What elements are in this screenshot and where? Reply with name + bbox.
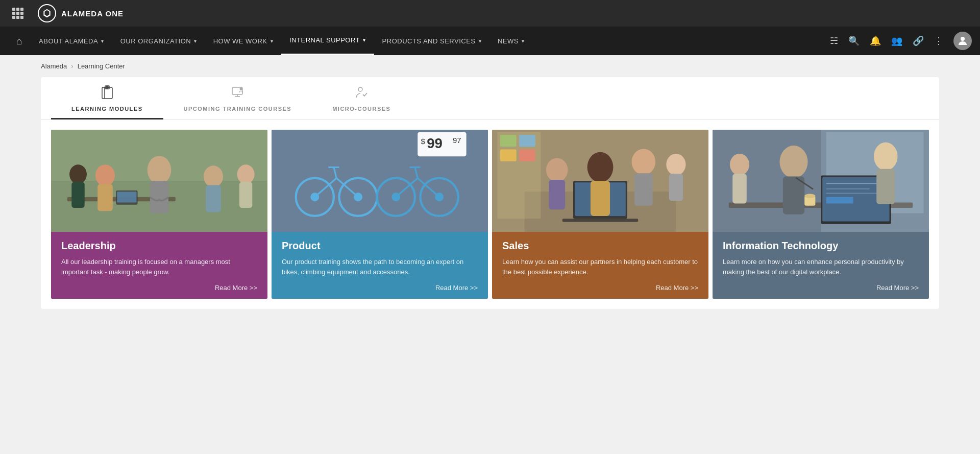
svg-text:99: 99 (427, 135, 443, 151)
svg-point-3 (106, 86, 109, 89)
nav-home-button[interactable]: ⌂ (8, 27, 31, 55)
monitor-person-icon (230, 85, 244, 100)
user-avatar-icon (957, 35, 969, 47)
people-icon[interactable]: 👥 (891, 35, 902, 46)
micro-courses-icon (354, 85, 369, 103)
document-icon[interactable]: ☵ (830, 35, 838, 46)
svg-point-75 (779, 146, 807, 178)
nav-about-label: ABOUT ALAMEDA (39, 37, 98, 45)
nav-how-label: HOW WE WORK (213, 37, 267, 45)
tabs-bar: LEARNING MODULES UPCOMING TRAINING COURS… (41, 77, 939, 120)
card-sales-body: Sales Learn how you can assist our partn… (492, 232, 708, 299)
svg-point-79 (730, 154, 749, 175)
nav-item-about[interactable]: ABOUT ALAMEDA ▾ (31, 27, 112, 55)
cards-grid: Leadership All our leadership training i… (41, 120, 939, 309)
svg-rect-16 (97, 184, 113, 211)
svg-rect-64 (519, 150, 535, 161)
breadcrumb-current: Learning Center (78, 62, 125, 70)
card-sales-desc: Learn how you can assist our partners in… (502, 257, 698, 277)
svg-rect-63 (500, 150, 517, 161)
svg-rect-62 (519, 135, 535, 147)
logo-svg (42, 8, 52, 18)
nav-org-label: OUR ORGANIZATION (120, 37, 191, 45)
logo-icon (38, 4, 56, 22)
card-leadership-title: Leadership (61, 240, 257, 252)
learning-modules-icon (100, 85, 114, 103)
nav-item-organization[interactable]: OUR ORGANIZATION ▾ (112, 27, 205, 55)
card-product-body: Product Our product training shows the p… (272, 232, 488, 299)
logo-text: ALAMEDA ONE (61, 9, 124, 18)
nav-right-icons: ☵ 🔍 🔔 👥 🔗 ⋮ (830, 32, 972, 50)
grid-menu-button[interactable] (12, 8, 23, 19)
logo-area[interactable]: ALAMEDA ONE (38, 4, 124, 22)
card-leadership: Leadership All our leadership training i… (51, 130, 267, 299)
svg-rect-74 (826, 197, 853, 204)
content-card: LEARNING MODULES UPCOMING TRAINING COURS… (41, 77, 939, 309)
svg-point-17 (69, 164, 87, 184)
nav-item-products[interactable]: PRODUCTS AND SERVICES ▾ (374, 27, 489, 55)
svg-rect-78 (876, 169, 895, 204)
svg-rect-53 (591, 181, 610, 216)
nav-internal-chevron: ▾ (363, 37, 366, 43)
nav-news-chevron: ▾ (522, 38, 525, 44)
card-it-read-more[interactable]: Read More >> (723, 282, 919, 292)
svg-rect-57 (549, 180, 565, 209)
product-image-svg: $ 99 97 (272, 130, 488, 232)
card-sales-read-more[interactable]: Read More >> (502, 282, 698, 292)
svg-rect-22 (239, 182, 252, 208)
svg-point-21 (237, 164, 255, 184)
svg-rect-61 (500, 135, 517, 147)
svg-point-82 (804, 194, 815, 198)
card-sales: Sales Learn how you can assist our partn… (492, 130, 708, 299)
nav-item-how[interactable]: HOW WE WORK ▾ (205, 27, 281, 55)
grid-icon (12, 8, 23, 19)
book-icon (100, 85, 114, 100)
nav-internal-label: INTERNAL SUPPORT (289, 36, 360, 44)
search-icon[interactable]: 🔍 (848, 35, 860, 46)
leadership-image-svg (51, 130, 267, 232)
tab-micro-courses[interactable]: MICRO-COURSES (312, 77, 411, 120)
top-bar: ALAMEDA ONE (0, 0, 980, 27)
notification-icon[interactable]: 🔔 (870, 35, 881, 46)
svg-rect-24 (117, 192, 136, 202)
card-it-image (713, 130, 929, 232)
svg-point-19 (204, 165, 223, 187)
card-product: $ 99 97 Product Our product training sho… (272, 130, 488, 299)
nav-item-news[interactable]: NEWS ▾ (489, 27, 533, 55)
user-avatar[interactable] (953, 32, 972, 50)
tab-learning-modules[interactable]: LEARNING MODULES (51, 77, 163, 120)
svg-point-13 (148, 156, 172, 184)
svg-point-0 (961, 37, 965, 41)
svg-point-9 (358, 87, 362, 91)
card-leadership-desc: All our leadership training is focused o… (61, 257, 257, 277)
svg-rect-51 (562, 219, 638, 222)
card-product-desc: Our product training shows the path to b… (282, 257, 478, 277)
svg-rect-20 (206, 185, 221, 212)
card-product-image: $ 99 97 (272, 130, 488, 232)
svg-point-52 (587, 152, 614, 182)
link-icon[interactable]: 🔗 (913, 35, 924, 46)
card-leadership-read-more[interactable]: Read More >> (61, 282, 257, 292)
svg-text:$: $ (421, 137, 425, 146)
main-content: LEARNING MODULES UPCOMING TRAINING COURS… (0, 77, 980, 329)
svg-point-54 (631, 149, 655, 175)
nav-org-chevron: ▾ (194, 38, 197, 44)
svg-point-15 (95, 164, 115, 186)
card-sales-image (492, 130, 708, 232)
svg-rect-14 (150, 181, 168, 213)
sales-image-svg (492, 130, 708, 232)
nav-products-chevron: ▾ (479, 38, 482, 44)
card-leadership-image (51, 130, 267, 232)
person-check-icon (354, 85, 369, 100)
card-product-read-more[interactable]: Read More >> (282, 282, 478, 292)
tab-training-courses[interactable]: UPCOMING TRAINING COURSES (163, 77, 312, 120)
svg-rect-18 (71, 182, 84, 208)
menu-more-icon[interactable]: ⋮ (934, 35, 943, 46)
it-image-svg (713, 130, 929, 232)
breadcrumb-root[interactable]: Alameda (41, 62, 67, 70)
nav-about-chevron: ▾ (101, 38, 104, 44)
tab-learning-modules-label: LEARNING MODULES (71, 106, 143, 112)
svg-point-77 (874, 142, 898, 171)
nav-item-internal[interactable]: INTERNAL SUPPORT ▾ (281, 27, 374, 55)
nav-products-label: PRODUCTS AND SERVICES (382, 37, 476, 45)
